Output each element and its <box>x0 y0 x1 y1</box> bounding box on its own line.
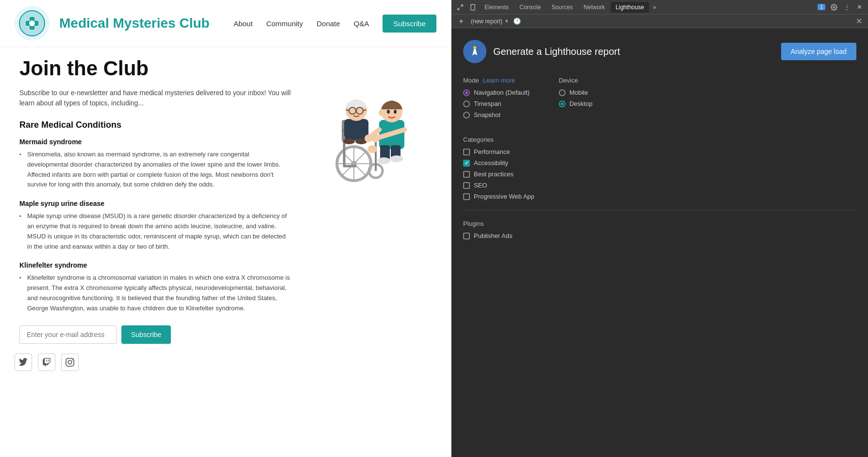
more-tabs-button[interactable]: » <box>650 3 659 11</box>
navigation-radio <box>463 89 470 96</box>
subscribe-button[interactable]: Subscribe <box>121 325 171 344</box>
svg-point-36 <box>378 157 390 164</box>
twitter-icon[interactable] <box>15 354 32 371</box>
timespan-radio <box>463 101 470 107</box>
svg-point-38 <box>365 135 372 142</box>
report-selector[interactable]: (new report) ▼ <box>471 18 509 25</box>
more-options-button[interactable]: ⋮ <box>841 1 852 13</box>
clear-button[interactable]: ✕ <box>854 17 864 26</box>
nav-donate[interactable]: Donate <box>317 19 340 28</box>
divider <box>463 210 856 210</box>
condition-text-1: Maple syrup urine disease (MSUD) is a ra… <box>19 211 291 252</box>
mobile-radio <box>559 89 566 96</box>
tab-network[interactable]: Network <box>579 2 610 13</box>
svg-point-37 <box>390 155 403 162</box>
svg-line-11 <box>355 165 366 176</box>
page-heading: Join the Club <box>19 57 291 80</box>
category-performance[interactable]: Performance <box>463 148 856 155</box>
settings-button[interactable] <box>828 1 840 13</box>
desktop-radio <box>559 101 566 107</box>
site-title: Medical Mysteries Club <box>59 16 224 31</box>
email-input[interactable] <box>19 325 117 344</box>
svg-point-39 <box>372 135 380 142</box>
pwa-checkbox <box>463 193 470 200</box>
device-mobile[interactable]: Mobile <box>559 89 593 96</box>
site-header: Medical Mysteries Club About Community D… <box>0 0 451 47</box>
nav-subscribe-button[interactable]: Subscribe <box>383 15 436 33</box>
tab-lighthouse[interactable]: Lighthouse <box>611 2 649 13</box>
plugins-label: Plugins <box>463 220 856 227</box>
svg-line-12 <box>355 152 366 162</box>
nav-qa[interactable]: Q&A <box>354 19 369 28</box>
condition-mermaid: Mermaid syndrome Sirenomelia, also known… <box>19 138 291 190</box>
device-header: Device <box>559 77 593 84</box>
svg-point-3 <box>29 20 35 26</box>
condition-title-1: Maple syrup urine disease <box>19 200 291 207</box>
clock-icon[interactable]: 🕐 <box>513 17 521 25</box>
lh-title: Generate a Lighthouse report <box>493 46 620 57</box>
condition-maple: Maple syrup urine disease Maple syrup ur… <box>19 200 291 252</box>
condition-text-0: Sirenomelia, also known as mermaid syndr… <box>19 150 291 190</box>
mode-header: Mode Learn more <box>463 77 530 84</box>
hero-illustration <box>291 57 436 354</box>
tab-console[interactable]: Console <box>515 2 546 13</box>
category-best-practices[interactable]: Best practices <box>463 170 856 178</box>
learn-more-link[interactable]: Learn more <box>483 77 515 84</box>
devtools-topbar: Elements Console Sources Network Lightho… <box>451 0 868 15</box>
social-icons <box>0 354 451 381</box>
svg-point-24 <box>343 138 355 144</box>
tab-sources[interactable]: Sources <box>547 2 578 13</box>
section-title: Rare Medical Conditions <box>19 120 291 130</box>
categories-label: Categories <box>463 136 856 143</box>
lighthouse-content: Generate a Lighthouse report Analyze pag… <box>451 28 868 457</box>
twitch-icon[interactable] <box>38 354 55 371</box>
mode-navigation[interactable]: Navigation (Default) <box>463 89 530 96</box>
condition-title-2: Klinefelter syndrome <box>19 261 291 269</box>
plugin-publisher-ads[interactable]: Publisher Ads <box>463 232 856 239</box>
devtools-toolbar: + (new report) ▼ 🕐 ✕ <box>451 15 868 28</box>
tab-count-badge: 1 <box>818 4 825 10</box>
svg-point-43 <box>379 109 384 116</box>
mode-snapshot[interactable]: Snapshot <box>463 111 530 118</box>
accessibility-checkbox <box>463 160 470 167</box>
site-logo <box>15 6 50 41</box>
lh-header: Generate a Lighthouse report Analyze pag… <box>463 40 856 63</box>
wheelchair-illustration <box>300 67 427 183</box>
svg-point-42 <box>394 110 397 114</box>
website-area: Medical Mysteries Club About Community D… <box>0 0 451 457</box>
category-seo[interactable]: SEO <box>463 182 856 189</box>
condition-title-0: Mermaid syndrome <box>19 138 291 146</box>
devtools-panel: Elements Console Sources Network Lightho… <box>451 0 868 457</box>
category-pwa[interactable]: Progressive Web App <box>463 193 856 200</box>
inspect-element-button[interactable] <box>454 1 466 13</box>
mode-group: Mode Learn more Navigation (Default) Tim… <box>463 77 530 122</box>
condition-klinefelter: Klinefelter syndrome Klinefelter syndrom… <box>19 261 291 313</box>
site-nav: About Community Donate Q&A Subscribe <box>234 15 436 33</box>
device-group: Device Mobile Desktop <box>559 77 593 122</box>
analyze-page-load-button[interactable]: Analyze page load <box>781 43 856 60</box>
instagram-icon[interactable] <box>61 354 79 371</box>
publisher-ads-checkbox <box>463 233 470 239</box>
lh-options: Mode Learn more Navigation (Default) Tim… <box>463 77 856 122</box>
svg-point-41 <box>387 110 390 114</box>
add-report-button[interactable]: + <box>455 16 467 27</box>
lighthouse-logo <box>463 40 486 63</box>
nav-community[interactable]: Community <box>266 19 303 28</box>
condition-text-2: Klinefelter syndrome is a chromosomal va… <box>19 273 291 313</box>
device-desktop[interactable]: Desktop <box>559 100 593 107</box>
category-accessibility[interactable]: Accessibility <box>463 159 856 167</box>
svg-point-32 <box>367 145 377 153</box>
best-practices-checkbox <box>463 171 470 178</box>
tab-elements[interactable]: Elements <box>480 2 514 13</box>
snapshot-radio <box>463 112 470 118</box>
svg-point-49 <box>473 46 476 49</box>
close-devtools-button[interactable]: ✕ <box>853 1 865 13</box>
main-content: Join the Club Subscribe to our e-newslet… <box>19 57 291 354</box>
seo-checkbox <box>463 182 470 189</box>
nav-about[interactable]: About <box>234 19 252 28</box>
performance-checkbox <box>463 149 470 155</box>
mode-timespan[interactable]: Timespan <box>463 100 530 107</box>
svg-point-46 <box>833 6 835 8</box>
lh-header-left: Generate a Lighthouse report <box>463 40 620 63</box>
device-toggle-button[interactable] <box>467 1 479 13</box>
